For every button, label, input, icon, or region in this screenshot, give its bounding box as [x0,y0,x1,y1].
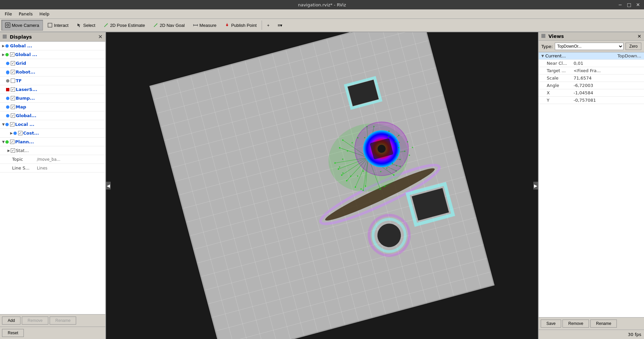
reset-button[interactable]: Reset [2,329,24,337]
item-checkbox[interactable] [11,96,15,100]
zero-button[interactable]: Zero [626,43,641,50]
view-item[interactable]: ▼ Current... TopDown... [539,52,644,60]
add-button[interactable]: Add [2,317,20,325]
list-item[interactable]: ▼ Plann... [0,138,105,146]
toolbar-menu-button[interactable]: ≡▾ [274,20,286,31]
item-checkbox[interactable] [11,148,15,153]
item-label: Global... [16,113,36,118]
item-checkbox[interactable] [10,52,14,57]
view-expand-arrow: ▼ [541,54,544,58]
views-type-row: Type: TopDownOr... Zero [539,41,644,52]
interact-icon [47,22,53,28]
menu-panels[interactable]: Panels [15,10,36,17]
move-camera-button[interactable]: Move Camera [1,20,43,31]
item-checkbox[interactable] [11,61,15,65]
svg-rect-0 [5,23,10,28]
item-status-dot [5,123,9,126]
list-item[interactable]: LaserS... [0,85,105,94]
close-button[interactable]: ✕ [635,2,641,7]
prop-row: Angle -6,72003 [539,82,644,89]
rename-view-button[interactable]: Rename [590,320,617,328]
list-item[interactable]: Grid [0,59,105,68]
window-title: navigation.rviz* - RViz [298,2,346,7]
view-name: Current... [545,53,618,58]
item-label: Robot... [16,69,35,75]
list-item[interactable]: Map [0,103,105,111]
views-panel-close[interactable]: ✕ [637,34,641,39]
camera-icon [5,22,10,28]
publish-point-button[interactable]: Publish Point [221,20,260,31]
expand-icon[interactable]: ▼ [1,140,5,144]
measure-button[interactable]: Measure [189,20,220,31]
item-checkbox[interactable] [10,140,14,144]
save-view-button[interactable]: Save [541,320,561,328]
item-label: Global ... [10,43,32,48]
panel-header-icon [3,35,7,39]
viewport[interactable]: ◀ ▶ [106,32,538,339]
item-checkbox[interactable] [11,70,15,74]
prop-value[interactable]: <Fixed Fra... [574,68,641,73]
remove-button[interactable]: Remove [22,317,48,325]
map-svg [150,32,495,339]
svg-point-94 [409,154,410,156]
prop-value[interactable]: -1,04584 [574,90,641,95]
prop-value[interactable]: 71,6574 [574,76,641,81]
prop-value[interactable]: Lines [37,166,47,171]
views-panel-buttons: Save Remove Rename [539,317,644,330]
interact-button[interactable]: Interact [44,20,72,31]
type-label: Type: [541,44,553,49]
select-button[interactable]: Select [73,20,99,31]
minimize-button[interactable]: − [617,2,624,7]
pose-icon [103,22,109,28]
list-item[interactable]: ▶ Global ... [0,50,105,59]
maximize-button[interactable]: □ [626,2,633,7]
prop-value[interactable]: -6,72003 [574,83,641,88]
list-item[interactable]: ▶ Stat... [0,146,105,155]
collapse-left-button[interactable]: ◀ [106,182,111,190]
fps-display: 30 fps [539,330,644,339]
prop-value[interactable]: -0,757081 [574,98,641,103]
list-item[interactable]: ▶ Cost... [0,129,105,138]
expand-icon[interactable]: ▼ [1,123,5,127]
prop-value[interactable]: 0,01 [574,61,641,66]
prop-row: Y -0,757081 [539,97,644,104]
item-status-dot [5,53,9,56]
expand-icon[interactable]: ▶ [7,149,11,153]
list-item[interactable]: Global... [0,111,105,120]
list-item[interactable]: Bump... [0,94,105,103]
views-panel-title: Views [548,34,564,39]
list-item[interactable]: TF [0,77,105,85]
rename-button[interactable]: Rename [50,317,76,325]
view-properties: Near Cl... 0,01 Target ... <Fixed Fra...… [539,60,644,104]
displays-panel-close[interactable]: ✕ [98,34,103,40]
item-checkbox[interactable] [11,113,15,118]
item-checkbox[interactable] [18,131,22,135]
item-label: Map [16,104,26,109]
type-select[interactable]: TopDownOr... [555,43,624,50]
add-toolbar-button[interactable]: + [263,20,273,31]
map-view [150,32,495,339]
expand-icon[interactable]: ▶ [1,53,5,57]
select-icon [76,22,82,28]
prop-value[interactable]: /move_ba... [37,157,60,162]
menu-help[interactable]: Help [36,10,53,17]
prop-name: Target ... [547,68,574,73]
expand-icon[interactable]: ▶ [9,131,13,135]
item-checkbox[interactable] [11,87,15,92]
displays-panel: Displays ✕ ▶ Global ... ▶ Global ... [0,32,106,339]
pose-estimate-button[interactable]: 2D Pose Estimate [100,20,149,31]
list-item[interactable]: ▶ Global ... [0,42,105,50]
item-checkbox[interactable] [11,79,15,83]
item-checkbox[interactable] [10,122,14,127]
prop-name: Topic [12,157,36,162]
fps-value: 30 fps [628,332,641,337]
menu-file[interactable]: File [1,10,15,17]
remove-view-button[interactable]: Remove [562,320,589,328]
collapse-right-button[interactable]: ▶ [533,182,538,190]
item-checkbox[interactable] [11,105,15,109]
list-item[interactable]: ▼ Local ... [0,120,105,129]
menu-bar: File Panels Help [0,9,644,19]
expand-icon[interactable]: ▶ [1,44,5,48]
list-item[interactable]: R Robot... [0,68,105,77]
nav-goal-button[interactable]: 2D Nav Goal [149,20,188,31]
